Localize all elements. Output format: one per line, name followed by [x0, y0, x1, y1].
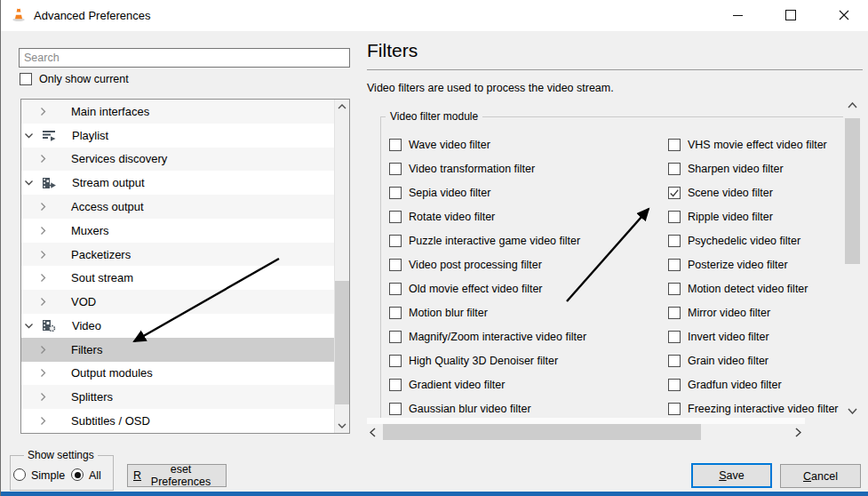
- checkbox-unchecked-icon[interactable]: [668, 259, 681, 271]
- panel-horizontal-scrollbar[interactable]: [365, 424, 805, 440]
- checkbox-unchecked-icon[interactable]: [389, 139, 402, 151]
- reset-preferences-button[interactable]: Reset Preferences: [127, 464, 227, 487]
- filter-checkbox-gaussian-blur-video-filter[interactable]: Gaussian blur video filter: [389, 396, 586, 420]
- scroll-up-icon[interactable]: [335, 101, 349, 112]
- filter-checkbox-psychedelic-video-filter[interactable]: Psychedelic video filter: [668, 228, 839, 252]
- maximize-button[interactable]: [770, 0, 811, 30]
- tree-item-access-output[interactable]: Access output: [21, 195, 335, 219]
- tree-item-video[interactable]: Video: [21, 314, 335, 338]
- panel-vertical-scrollbar[interactable]: [845, 98, 860, 418]
- checkbox-unchecked-icon[interactable]: [668, 211, 681, 223]
- filter-checkbox-vhs-movie-effect-video-filter[interactable]: VHS movie effect video filter: [668, 132, 839, 156]
- scroll-left-icon[interactable]: [367, 424, 378, 440]
- panel-horizontal-scrollbar-thumb[interactable]: [383, 424, 701, 440]
- checkbox-unchecked-icon[interactable]: [389, 379, 402, 391]
- filter-checkbox-gradient-video-filter[interactable]: Gradient video filter: [389, 372, 586, 396]
- filter-checkbox-motion-detect-video-filter[interactable]: Motion detect video filter: [668, 276, 839, 300]
- filter-checkbox-sepia-video-filter[interactable]: Sepia video filter: [389, 180, 586, 204]
- checkbox-unchecked-icon[interactable]: [389, 331, 402, 343]
- filter-checkbox-mirror-video-filter[interactable]: Mirror video filter: [668, 300, 839, 324]
- checkbox-unchecked-icon[interactable]: [389, 235, 402, 247]
- filter-checkbox-high-quality-3d-denoiser-filter[interactable]: High Quality 3D Denoiser filter: [389, 348, 586, 372]
- tree-item-stream-output[interactable]: Stream output: [21, 171, 335, 195]
- chevron-right-icon[interactable]: [39, 298, 47, 306]
- chevron-right-icon[interactable]: [39, 251, 47, 259]
- filter-checkbox-gradfun-video-filter[interactable]: Gradfun video filter: [668, 372, 839, 396]
- checkbox-unchecked-icon[interactable]: [389, 259, 402, 271]
- filter-checkbox-motion-blur-filter[interactable]: Motion blur filter: [389, 300, 586, 324]
- cancel-button[interactable]: Cancel: [780, 464, 861, 488]
- filter-checkbox-video-transformation-filter[interactable]: Video transformation filter: [389, 156, 586, 180]
- checkbox-unchecked-icon[interactable]: [389, 355, 402, 367]
- checkbox-unchecked-icon[interactable]: [668, 235, 681, 247]
- panel-vertical-scrollbar-thumb[interactable]: [845, 118, 860, 264]
- tree-item-splitters[interactable]: Splitters: [21, 385, 335, 409]
- checkbox-unchecked-icon[interactable]: [668, 307, 681, 319]
- filter-checkbox-label: Gradfun video filter: [688, 379, 782, 391]
- only-show-current-checkbox[interactable]: [20, 73, 32, 85]
- tree-item-playlist[interactable]: Playlist: [21, 124, 335, 148]
- checkbox-unchecked-icon[interactable]: [668, 379, 681, 391]
- tree-item-services-discovery[interactable]: Services discovery: [21, 148, 335, 172]
- tree-item-output-modules[interactable]: Output modules: [21, 362, 335, 386]
- checkbox-unchecked-icon[interactable]: [668, 163, 681, 175]
- tree-scrollbar[interactable]: [334, 100, 349, 433]
- scroll-down-icon[interactable]: [845, 405, 860, 416]
- filter-checkbox-posterize-video-filter[interactable]: Posterize video filter: [668, 252, 839, 276]
- checkbox-checked-icon[interactable]: [668, 187, 681, 199]
- chevron-right-icon[interactable]: [39, 227, 47, 235]
- scroll-up-icon[interactable]: [845, 100, 860, 110]
- filter-checkbox-puzzle-interactive-game-video-filter[interactable]: Puzzle interactive game video filter: [389, 228, 586, 252]
- chevron-right-icon[interactable]: [39, 393, 47, 401]
- chevron-down-icon[interactable]: [25, 322, 33, 330]
- tree-item-subtitles-osd[interactable]: Subtitles / OSD: [21, 409, 335, 433]
- chevron-right-icon[interactable]: [39, 155, 47, 163]
- filter-checkbox-invert-video-filter[interactable]: Invert video filter: [668, 324, 839, 348]
- tree-item-packetizers[interactable]: Packetizers: [21, 243, 335, 267]
- tree-item-main-interfaces[interactable]: Main interfaces: [21, 100, 335, 124]
- chevron-right-icon[interactable]: [39, 203, 47, 211]
- filter-checkbox-scene-video-filter[interactable]: Scene video filter: [668, 180, 839, 204]
- chevron-right-icon[interactable]: [39, 369, 47, 377]
- radio-all[interactable]: [71, 468, 84, 481]
- filter-checkbox-sharpen-video-filter[interactable]: Sharpen video filter: [668, 156, 839, 180]
- checkbox-unchecked-icon[interactable]: [389, 307, 402, 319]
- scroll-down-icon[interactable]: [335, 420, 349, 431]
- checkbox-unchecked-icon[interactable]: [668, 283, 681, 295]
- chevron-right-icon[interactable]: [39, 346, 47, 354]
- filter-checkbox-wave-video-filter[interactable]: Wave video filter: [389, 132, 586, 156]
- radio-simple[interactable]: [13, 468, 26, 481]
- close-button[interactable]: [824, 0, 864, 30]
- checkbox-unchecked-icon[interactable]: [389, 403, 402, 415]
- chevron-down-icon[interactable]: [25, 179, 33, 187]
- filter-checkbox-old-movie-effect-video-filter[interactable]: Old movie effect video filter: [389, 276, 586, 300]
- filter-checkbox-magnify-zoom-interactive-video-filter[interactable]: Magnify/Zoom interactive video filter: [389, 324, 586, 348]
- checkbox-unchecked-icon[interactable]: [389, 187, 402, 199]
- tree-scrollbar-thumb[interactable]: [335, 281, 349, 404]
- save-button[interactable]: Save: [691, 463, 772, 488]
- chevron-right-icon[interactable]: [39, 108, 47, 116]
- checkbox-unchecked-icon[interactable]: [668, 355, 681, 367]
- only-show-current-label: Only show current: [39, 73, 129, 85]
- checkbox-unchecked-icon[interactable]: [389, 211, 402, 223]
- chevron-right-icon[interactable]: [39, 274, 47, 282]
- checkbox-unchecked-icon[interactable]: [668, 331, 681, 343]
- tree-item-filters[interactable]: Filters: [21, 338, 335, 362]
- checkbox-unchecked-icon[interactable]: [389, 163, 402, 175]
- checkbox-unchecked-icon[interactable]: [668, 139, 681, 151]
- chevron-down-icon[interactable]: [25, 132, 33, 140]
- filter-checkbox-video-post-processing-filter[interactable]: Video post processing filter: [389, 252, 586, 276]
- filter-checkbox-rotate-video-filter[interactable]: Rotate video filter: [389, 204, 586, 228]
- checkbox-unchecked-icon[interactable]: [668, 403, 681, 415]
- minimize-button[interactable]: [717, 0, 758, 30]
- tree-item-muxers[interactable]: Muxers: [21, 219, 335, 243]
- tree-item-sout-stream[interactable]: Sout stream: [21, 266, 335, 290]
- scroll-right-icon[interactable]: [792, 424, 803, 440]
- checkbox-unchecked-icon[interactable]: [389, 283, 402, 295]
- filter-checkbox-freezing-interactive-video-filter[interactable]: Freezing interactive video filter: [668, 396, 839, 420]
- filter-checkbox-grain-video-filter[interactable]: Grain video filter: [668, 348, 839, 372]
- search-input[interactable]: [19, 48, 350, 68]
- tree-item-vod[interactable]: VOD: [21, 290, 335, 314]
- filter-checkbox-ripple-video-filter[interactable]: Ripple video filter: [668, 204, 839, 228]
- chevron-right-icon[interactable]: [39, 417, 47, 425]
